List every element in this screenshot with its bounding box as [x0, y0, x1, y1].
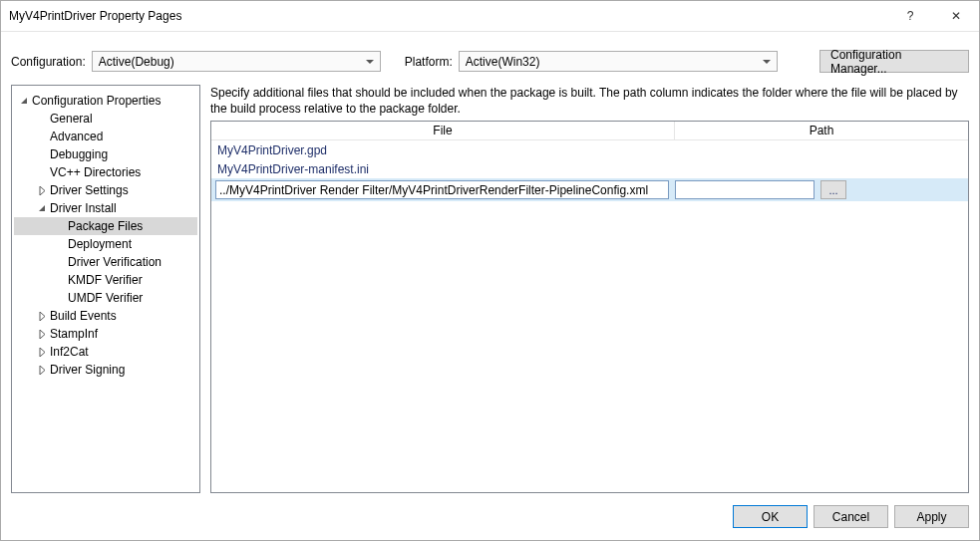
dialog-window: MyV4PrintDriver Property Pages ? ✕ Confi… — [0, 0, 980, 541]
grid-header: File Path — [211, 122, 968, 140]
apply-button[interactable]: Apply — [894, 505, 969, 528]
tree-item-label: Deployment — [68, 237, 132, 251]
cell-file: MyV4PrintDriver-manifest.ini — [217, 162, 369, 176]
tree-item[interactable]: Driver Settings — [14, 181, 197, 199]
grid-body: MyV4PrintDriver.gpdMyV4PrintDriver-manif… — [211, 140, 968, 492]
tree-item[interactable]: Driver Signing — [14, 361, 197, 379]
tree-item[interactable]: Advanced — [14, 128, 197, 145]
help-button[interactable]: ? — [887, 1, 933, 31]
description-text: Specify additional files that should be … — [210, 85, 969, 117]
tree-item[interactable]: Driver Verification — [14, 253, 197, 271]
configuration-value: Active(Debug) — [99, 55, 174, 69]
tree-item[interactable]: Inf2Cat — [14, 343, 197, 361]
close-button[interactable]: ✕ — [933, 1, 979, 31]
content-panel: Specify additional files that should be … — [210, 85, 969, 493]
tree-item[interactable]: General — [14, 110, 197, 128]
tree-spacer — [36, 148, 49, 161]
tree-spacer — [36, 166, 49, 179]
tree-item[interactable]: VC++ Directories — [14, 163, 197, 181]
tree-item[interactable]: KMDF Verifier — [14, 271, 197, 289]
expand-icon[interactable] — [36, 328, 49, 341]
grid-row-editing[interactable]: ... — [211, 178, 968, 201]
expand-icon[interactable] — [36, 346, 49, 359]
tree-item-label: Configuration Properties — [32, 94, 161, 108]
expand-icon[interactable] — [36, 364, 49, 377]
column-header-path[interactable]: Path — [675, 122, 968, 139]
expand-icon[interactable] — [36, 310, 49, 323]
tree-item-label: Driver Settings — [50, 183, 129, 197]
tree-spacer — [54, 292, 67, 305]
cell-path-edit: ... — [675, 180, 968, 199]
tree-item[interactable]: Build Events — [14, 307, 197, 325]
config-row: Configuration: Active(Debug) Platform: A… — [1, 32, 979, 81]
configuration-combo[interactable]: Active(Debug) — [92, 51, 381, 72]
expand-icon[interactable] — [36, 184, 49, 197]
tree-item-label: Debugging — [50, 147, 108, 161]
file-grid: File Path MyV4PrintDriver.gpdMyV4PrintDr… — [210, 121, 969, 493]
tree-spacer — [36, 113, 49, 126]
tree-item[interactable]: UMDF Verifier — [14, 289, 197, 307]
ok-button[interactable]: OK — [733, 505, 808, 528]
tree-item[interactable]: Driver Install — [14, 199, 197, 217]
tree-spacer — [36, 131, 49, 143]
tree-item-label: Advanced — [50, 130, 103, 143]
category-tree[interactable]: Configuration PropertiesGeneralAdvancedD… — [11, 85, 200, 493]
main-area: Configuration PropertiesGeneralAdvancedD… — [1, 81, 979, 495]
grid-row[interactable]: MyV4PrintDriver-manifest.ini — [211, 159, 968, 178]
tree-item-label: Driver Signing — [50, 363, 125, 377]
tree-item-label: Driver Install — [50, 201, 117, 215]
tree-item-label: Build Events — [50, 309, 117, 323]
collapse-icon[interactable] — [36, 202, 49, 215]
browse-button[interactable]: ... — [820, 180, 846, 199]
tree-item[interactable]: StampInf — [14, 325, 197, 343]
tree-item-label: VC++ Directories — [50, 165, 141, 179]
tree-spacer — [54, 274, 67, 287]
tree-item-label: General — [50, 112, 93, 126]
tree-spacer — [54, 256, 67, 269]
configuration-manager-button[interactable]: Configuration Manager... — [819, 50, 969, 73]
window-title: MyV4PrintDriver Property Pages — [1, 9, 887, 23]
tree-item-label: StampInf — [50, 327, 98, 341]
tree-item-label: Inf2Cat — [50, 345, 89, 359]
tree-spacer — [54, 238, 67, 251]
cell-file-edit — [215, 180, 669, 199]
tree-item-label: UMDF Verifier — [68, 291, 143, 305]
tree-item-label: KMDF Verifier — [68, 273, 143, 287]
tree-item[interactable]: Debugging — [14, 145, 197, 163]
tree-spacer — [54, 220, 67, 233]
collapse-icon[interactable] — [18, 95, 31, 108]
dialog-footer: OK Cancel Apply — [1, 495, 979, 540]
platform-combo[interactable]: Active(Win32) — [459, 51, 778, 72]
path-input[interactable] — [675, 180, 815, 199]
tree-item-label: Driver Verification — [68, 255, 162, 269]
tree-item-root[interactable]: Configuration Properties — [14, 92, 197, 110]
titlebar: MyV4PrintDriver Property Pages ? ✕ — [1, 1, 979, 32]
column-header-file[interactable]: File — [211, 122, 675, 139]
tree-item[interactable]: Package Files — [14, 217, 197, 235]
platform-label: Platform: — [405, 55, 453, 69]
grid-row[interactable]: MyV4PrintDriver.gpd — [211, 140, 968, 159]
tree-item-label: Package Files — [68, 219, 143, 233]
file-input[interactable] — [215, 180, 669, 199]
cell-file: MyV4PrintDriver.gpd — [217, 143, 327, 157]
tree-item[interactable]: Deployment — [14, 235, 197, 253]
cancel-button[interactable]: Cancel — [814, 505, 888, 528]
platform-value: Active(Win32) — [466, 55, 540, 69]
configuration-label: Configuration: — [11, 55, 86, 69]
